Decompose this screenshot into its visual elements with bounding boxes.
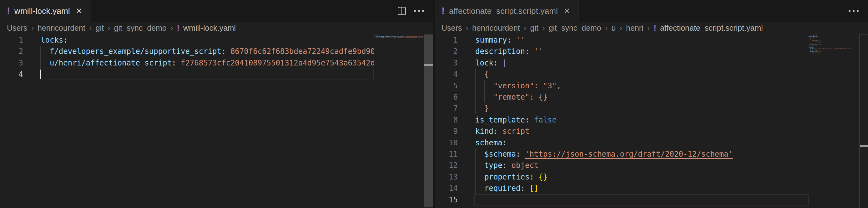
line-number: 8 [435,114,458,126]
code-line: u/henri/affectionate_script: f2768573cfc… [41,57,374,69]
breadcrumb-item[interactable]: git_sync_demo [114,24,167,32]
code-token: [] [818,52,819,54]
breadcrumb-item[interactable]: git [530,24,538,32]
minimap-line [809,54,858,55]
breadcrumb-item[interactable]: henricourdent [472,24,520,32]
code-token: f/developers_example/supportive_script [50,47,221,56]
breadcrumb-file[interactable]: wmill-lock.yaml [183,24,236,32]
code-token: u/henri/affectionate_script [50,58,172,67]
breadcrumb-item[interactable]: u [611,24,616,32]
vertical-scrollbar[interactable] [424,34,433,208]
tab-label: wmill-lock.yaml [14,6,70,16]
code-token: lock [475,58,493,67]
editor-group-left: ! wmill-lock.yaml ✕ Users›henricourdent›… [0,0,433,208]
code-token: : [521,184,525,193]
code-token: : [172,58,176,67]
code-token: {} [538,173,548,181]
breadcrumb: Users›henricourdent›git›git_sync_demo›!w… [0,22,433,34]
line-number: 6 [435,92,458,103]
code-token: properties [484,173,530,181]
vscode-window: ! wmill-lock.yaml ✕ Users›henricourdent›… [0,0,868,208]
close-icon[interactable]: ✕ [562,6,571,16]
yaml-file-icon: ! [7,6,10,15]
breadcrumb-item[interactable]: henri [626,24,644,32]
current-line-highlight [40,69,374,80]
breadcrumb: Users›henricourdent›git›git_sync_demo›u›… [435,22,868,34]
breadcrumb-separator-icon: › [647,23,650,33]
code-token [534,173,538,181]
minimap-line: u/henri/affectionate_script: f2768573cfc… [374,37,423,38]
split-editor-icon[interactable] [398,7,406,15]
line-number: 5 [435,80,458,92]
code-line: lock: | [475,57,507,69]
code-token: "remote": {} [475,93,548,102]
code-token [529,47,534,56]
code-token [521,150,525,158]
tab-affectionate-script-yaml[interactable]: ! affectionate_script.script.yaml ✕ [435,0,579,22]
code-line: "remote": {} [475,92,548,103]
line-number: 13 [435,171,458,183]
code-token: {} [819,51,821,52]
code-token: 8670f6c62f683bdea72249cadfe9bd90 [230,47,374,56]
code-token [507,161,511,170]
code-token [41,47,50,56]
tab-wmill-lock-yaml[interactable]: ! wmill-lock.yaml ✕ [0,0,91,22]
line-number: 2 [435,46,458,57]
code-line: "version": "3", [475,80,561,92]
more-actions-icon[interactable] [414,10,424,12]
code-token: : [221,47,226,56]
text-cursor [40,70,41,79]
code-token: 'https://json-schema.org/draft/2020-12/s… [817,48,852,50]
code-token: : [507,36,511,45]
code-token: false [818,44,822,46]
code-token: is_template [475,115,525,124]
code-line: is_template: false [475,114,557,126]
code-editor[interactable]: 1summary: ''2description: ''3lock: |4 {5… [435,34,868,208]
minimap-line [374,38,423,40]
breadcrumb-item[interactable]: git [96,24,104,32]
minimap[interactable]: summary: ''description: ''lock: | { "ver… [809,34,858,208]
code-token: : [516,150,520,158]
code-token [475,161,484,170]
code-line: kind: script [475,126,529,137]
breadcrumb-item[interactable]: Users [441,24,462,32]
code-token [525,184,529,193]
code-token: : [493,58,498,67]
code-token [529,115,534,124]
code-token: f2768573cfc204108975501312a4d95e7543a635… [397,37,423,38]
tab-bar: ! wmill-lock.yaml ✕ [0,0,433,22]
code-token [512,36,516,45]
code-line: required: [] [475,183,538,194]
breadcrumb-item[interactable]: henricourdent [37,24,85,32]
breadcrumb-file[interactable]: affectionate_script.script.yaml [660,24,763,32]
line-number: 15 [435,194,458,206]
code-editor[interactable]: 1locks:2 f/developers_example/supportive… [0,34,433,208]
line-number: 7 [435,103,458,114]
breadcrumb-separator-icon: › [170,23,173,33]
breadcrumb-item[interactable]: git_sync_demo [549,24,601,32]
minimap[interactable]: locks: f/developers_example/supportive_s… [374,34,423,208]
code-token: : [502,161,507,170]
breadcrumb-separator-icon: › [605,23,608,33]
close-icon[interactable]: ✕ [74,6,84,16]
code-token: : [525,47,529,56]
code-token: : [63,36,67,45]
breadcrumb-item[interactable]: Users [7,24,27,32]
vertical-scrollbar[interactable] [859,34,868,208]
overview-ruler-cursor-mark [860,145,868,147]
code-token: : [529,173,534,181]
code-line: properties: {} [475,171,548,183]
code-token: | [502,58,507,67]
code-token [226,47,230,56]
code-token: : [502,138,507,147]
code-token: false [534,115,557,124]
line-number: 9 [435,126,458,137]
more-actions-icon[interactable] [848,10,859,12]
code-token: f2768573cfc204108975501312a4d95e7543a635… [181,58,374,67]
code-token: } [475,104,489,113]
editor-group-right: ! affectionate_script.script.yaml ✕ User… [435,0,868,208]
code-token: u/henri/affectionate_script [375,37,396,38]
scrollbar-slider[interactable] [424,34,433,207]
code-token: 'https://json-schema.org/draft/2020-12/s… [525,150,733,158]
code-token: kind [475,127,493,136]
